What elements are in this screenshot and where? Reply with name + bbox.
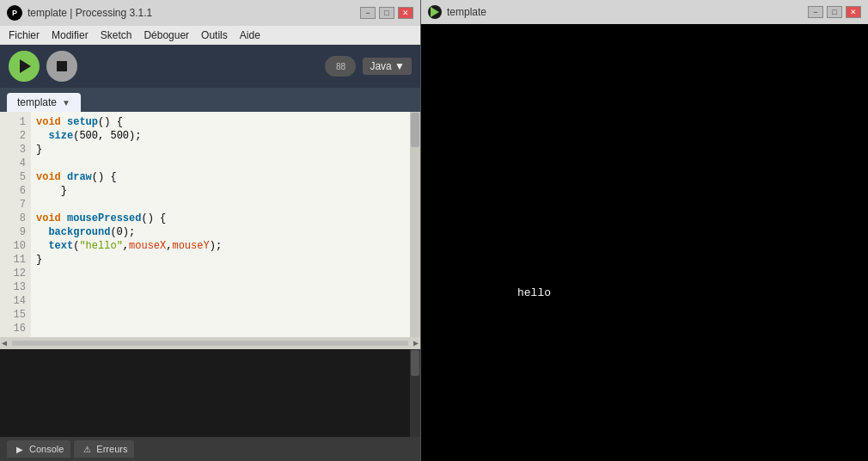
code-editor[interactable]: 12345678910111213141516 void setup() { s… [0,112,420,337]
code-content[interactable]: void setup() { size(500, 500);} void dra… [31,112,420,337]
ide-title-text: template | Processing 3.1.1 [28,7,152,19]
errors-label: Erreurs [96,444,127,454]
output-canvas[interactable]: hello [421,24,868,461]
processing-logo: P [7,5,22,21]
menu-modifier[interactable]: Modifier [46,28,94,43]
menu-aide[interactable]: Aide [235,28,266,43]
console-tab[interactable]: ▶ Console [7,440,70,458]
console-area: ▶ Console ⚠ Erreurs [0,349,420,461]
scroll-right-icon[interactable]: ▶ [413,338,419,348]
menu-fichier[interactable]: Fichier [3,28,45,43]
menu-bar: Fichier Modifier Sketch Déboguer Outils … [0,26,420,45]
scrollbar-h-track[interactable] [12,341,408,346]
toolbar: 88 Java ▼ [0,45,420,88]
menu-deboger[interactable]: Déboguer [138,28,194,43]
output-window-controls: − □ ✕ [808,6,861,18]
tab-bar: template ▼ [0,88,420,112]
line-numbers: 12345678910111213141516 [0,112,31,337]
output-minimize-button[interactable]: − [808,6,823,18]
ide-panel: P template | Processing 3.1.1 − □ ✕ Fich… [0,0,421,461]
output-title-bar: template − □ ✕ [421,0,868,24]
stop-button[interactable] [46,51,77,82]
console-icon: ▶ [14,443,26,455]
console-tabs: ▶ Console ⚠ Erreurs [0,437,420,461]
output-close-button[interactable]: ✕ [846,6,861,18]
output-title-left: template [428,5,486,19]
ide-maximize-button[interactable]: □ [379,7,394,19]
title-bar-left: P template | Processing 3.1.1 [7,5,152,21]
ide-close-button[interactable]: ✕ [398,7,413,19]
errors-tab[interactable]: ⚠ Erreurs [74,440,134,458]
menu-sketch[interactable]: Sketch [95,28,138,43]
template-tab[interactable]: template ▼ [7,93,81,112]
console-scrollbar-thumb[interactable] [411,350,419,376]
editor-scrollbar-vertical[interactable] [410,112,420,337]
canvas-hello-text: hello [517,286,551,299]
scroll-left-icon[interactable]: ◀ [2,338,7,348]
ide-title-bar: P template | Processing 3.1.1 − □ ✕ [0,0,420,26]
console-scrollbar[interactable] [410,349,420,437]
scrollbar-thumb[interactable] [411,113,419,147]
output-panel: template − □ ✕ hello [421,0,868,461]
java-dropdown[interactable]: Java ▼ [363,58,412,75]
editor-scrollbar-horizontal[interactable]: ◀ ▶ [0,337,420,349]
output-title-text: template [447,6,486,18]
play-button[interactable] [9,51,40,82]
ide-window-controls: − □ ✕ [360,7,413,19]
debug-button[interactable]: 88 [325,56,356,77]
stop-icon [57,61,67,71]
tab-arrow: ▼ [62,98,70,108]
console-label: Console [29,444,64,454]
ide-minimize-button[interactable]: − [360,7,376,19]
warning-icon: ⚠ [81,443,93,455]
output-maximize-button[interactable]: □ [827,6,842,18]
play-icon [20,59,31,73]
running-icon [431,7,439,17]
console-scroll [0,349,420,437]
tab-label: template [17,96,57,108]
output-play-indicator [428,5,442,19]
menu-outils[interactable]: Outils [196,28,233,43]
